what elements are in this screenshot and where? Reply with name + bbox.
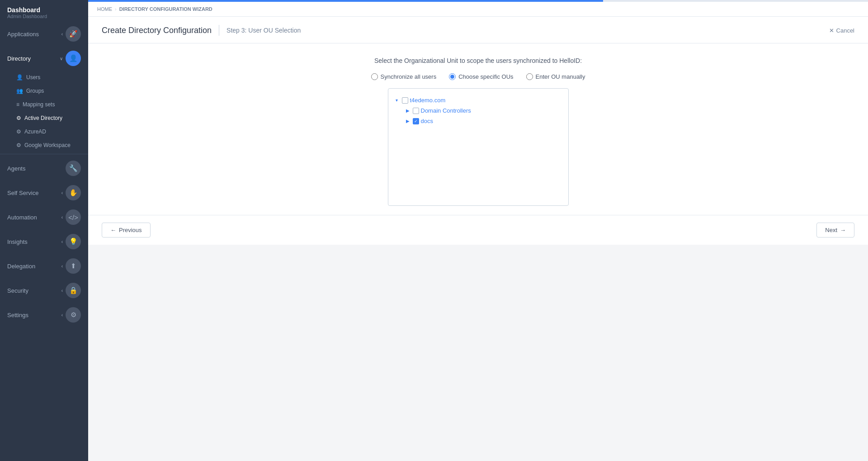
agents-icon: 🔧 bbox=[66, 161, 81, 176]
sidebar-divider-1 bbox=[0, 154, 88, 154]
radio-enter-manually-label: Enter OU manually bbox=[536, 73, 585, 80]
sidebar-header: Dashboard Admin Dashboard bbox=[0, 0, 88, 22]
sidebar-item-applications[interactable]: Applications ‹ 🚀 bbox=[0, 22, 88, 46]
delegation-icon: ⬆ bbox=[66, 258, 81, 274]
sidebar-item-users[interactable]: 👤 Users bbox=[0, 71, 88, 84]
wizard-footer: ← Previous Next → bbox=[88, 215, 868, 245]
cancel-button[interactable]: ✕ Cancel bbox=[829, 27, 854, 34]
cancel-label: Cancel bbox=[836, 27, 854, 34]
applications-icon: 🚀 bbox=[66, 26, 81, 42]
sidebar-item-security[interactable]: Security ‹ 🔒 bbox=[0, 278, 88, 303]
applications-chevron-icon: ‹ bbox=[61, 32, 63, 37]
automation-chevron-icon: ‹ bbox=[61, 215, 63, 220]
insights-chevron-icon: ‹ bbox=[61, 239, 63, 244]
google-workspace-icon: ⚙ bbox=[16, 142, 21, 148]
sidebar-item-azuread[interactable]: ⚙ AzureAD bbox=[0, 125, 88, 138]
breadcrumb-separator-icon: › bbox=[115, 6, 117, 12]
next-button[interactable]: Next → bbox=[816, 223, 854, 238]
groups-icon: 👥 bbox=[16, 88, 23, 94]
radio-choose-specific-label: Choose specific OUs bbox=[458, 73, 513, 80]
tree-checkbox-docs[interactable]: ✓ bbox=[413, 118, 419, 124]
sidebar-item-mapping-sets[interactable]: ≡ Mapping sets bbox=[0, 98, 88, 111]
mapping-sets-label: Mapping sets bbox=[23, 101, 55, 108]
wizard-step-label: Step 3: User OU Selection bbox=[226, 27, 301, 34]
tree-toggle-docs[interactable]: ▶ bbox=[405, 118, 411, 124]
sidebar-item-groups[interactable]: 👥 Groups bbox=[0, 84, 88, 98]
insights-label: Insights bbox=[7, 238, 28, 245]
sidebar-item-directory[interactable]: Directory ∨ 👤 bbox=[0, 46, 88, 71]
tree-node-root: ▾ t4edemo.com bbox=[393, 95, 564, 105]
self-service-chevron-icon: ‹ bbox=[61, 190, 63, 195]
security-chevron-icon: ‹ bbox=[61, 288, 63, 293]
sidebar: Dashboard Admin Dashboard Applications ‹… bbox=[0, 0, 88, 461]
settings-icon: ⚙ bbox=[66, 307, 81, 323]
settings-label: Settings bbox=[7, 312, 28, 318]
delegation-label: Delegation bbox=[7, 263, 35, 270]
radio-enter-manually-input[interactable] bbox=[526, 73, 533, 80]
main-content: HOME › DIRECTORY CONFIGURATION WIZARD Cr… bbox=[88, 0, 868, 461]
tree-label-docs[interactable]: docs bbox=[421, 118, 433, 124]
tree-children-root: ▶ Domain Controllers ▶ ✓ docs bbox=[404, 105, 564, 126]
insights-icon: 💡 bbox=[66, 234, 81, 249]
next-label: Next bbox=[825, 227, 837, 233]
radio-sync-all[interactable]: Synchronize all users bbox=[371, 73, 437, 80]
prev-arrow-icon: ← bbox=[110, 227, 116, 233]
tree-label-domain-controllers[interactable]: Domain Controllers bbox=[421, 107, 471, 114]
radio-choose-specific-input[interactable] bbox=[449, 73, 456, 80]
radio-group: Synchronize all users Choose specific OU… bbox=[102, 73, 854, 80]
radio-sync-all-label: Synchronize all users bbox=[381, 73, 437, 80]
tree-toggle-root[interactable]: ▾ bbox=[394, 97, 400, 104]
wizard-header: Create Directory Configuration Step 3: U… bbox=[88, 17, 868, 43]
wizard-title-divider bbox=[219, 25, 219, 36]
sidebar-item-active-directory[interactable]: ⚙ Active Directory bbox=[0, 111, 88, 125]
settings-chevron-icon: ‹ bbox=[61, 313, 63, 318]
radio-enter-manually[interactable]: Enter OU manually bbox=[526, 73, 585, 80]
radio-sync-all-input[interactable] bbox=[371, 73, 378, 80]
azuread-label: AzureAD bbox=[24, 128, 46, 135]
dashboard-sub: Admin Dashboard bbox=[7, 14, 81, 19]
users-icon: 👤 bbox=[16, 74, 23, 81]
directory-label: Directory bbox=[7, 55, 31, 62]
sidebar-item-delegation[interactable]: Delegation ‹ ⬆ bbox=[0, 254, 88, 278]
self-service-icon: ✋ bbox=[66, 185, 81, 200]
users-label: Users bbox=[26, 74, 40, 81]
sidebar-item-self-service[interactable]: Self Service ‹ ✋ bbox=[0, 181, 88, 205]
tree-checkbox-root[interactable] bbox=[402, 97, 408, 104]
radio-choose-specific[interactable]: Choose specific OUs bbox=[449, 73, 513, 80]
sidebar-item-automation[interactable]: Automation ‹ </> bbox=[0, 205, 88, 229]
tree-node-domain-controllers: ▶ Domain Controllers bbox=[404, 105, 564, 116]
sidebar-item-settings[interactable]: Settings ‹ ⚙ bbox=[0, 303, 88, 327]
wizard-body: Select the Organizational Unit to scope … bbox=[88, 43, 868, 215]
sidebar-item-google-workspace[interactable]: ⚙ Google Workspace bbox=[0, 138, 88, 152]
ou-selection-text: Select the Organizational Unit to scope … bbox=[102, 57, 854, 64]
previous-button[interactable]: ← Previous bbox=[102, 223, 151, 238]
next-arrow-icon: → bbox=[840, 227, 846, 233]
tree-checkbox-domain-controllers[interactable] bbox=[413, 108, 419, 114]
prev-label: Previous bbox=[119, 227, 142, 233]
applications-label: Applications bbox=[7, 31, 39, 38]
tree-toggle-domain-controllers[interactable]: ▶ bbox=[405, 108, 411, 114]
delegation-chevron-icon: ‹ bbox=[61, 264, 63, 269]
active-directory-icon: ⚙ bbox=[16, 115, 21, 121]
breadcrumb-current: DIRECTORY CONFIGURATION WIZARD bbox=[119, 6, 212, 12]
wizard-main-title: Create Directory Configuration bbox=[102, 26, 212, 35]
mapping-sets-icon: ≡ bbox=[16, 101, 19, 108]
google-workspace-label: Google Workspace bbox=[24, 142, 71, 148]
active-directory-label: Active Directory bbox=[24, 115, 62, 121]
cancel-icon: ✕ bbox=[829, 27, 834, 34]
self-service-label: Self Service bbox=[7, 190, 38, 196]
sidebar-item-agents[interactable]: Agents 🔧 bbox=[0, 156, 88, 181]
automation-label: Automation bbox=[7, 214, 37, 221]
security-label: Security bbox=[7, 287, 28, 294]
breadcrumb-home[interactable]: HOME bbox=[97, 6, 112, 12]
directory-chevron-icon: ∨ bbox=[60, 56, 63, 61]
tree-label-root[interactable]: t4edemo.com bbox=[410, 97, 446, 104]
agents-label: Agents bbox=[7, 165, 25, 172]
sidebar-item-insights[interactable]: Insights ‹ 💡 bbox=[0, 229, 88, 254]
breadcrumb: HOME › DIRECTORY CONFIGURATION WIZARD bbox=[88, 2, 868, 17]
ou-tree-box: ▾ t4edemo.com ▶ Domain Controllers bbox=[388, 88, 569, 206]
groups-label: Groups bbox=[26, 88, 44, 94]
dashboard-title: Dashboard bbox=[7, 6, 81, 14]
azuread-icon: ⚙ bbox=[16, 128, 21, 135]
tree-node-docs: ▶ ✓ docs bbox=[404, 116, 564, 126]
